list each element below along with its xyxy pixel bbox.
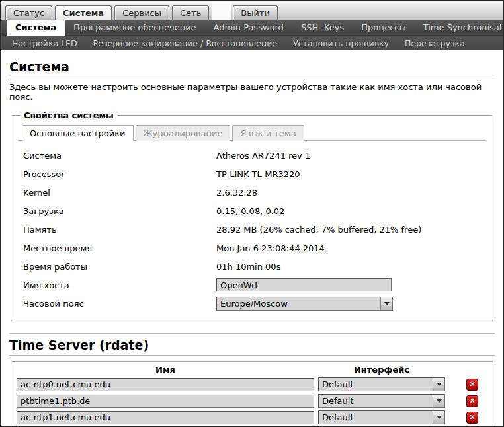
timeserver-table-header: Имя Интерфейс (17, 365, 487, 375)
interface-selected-value: Default (319, 379, 354, 389)
tabbar-spacer (212, 1, 231, 20)
title-divider (9, 77, 495, 77)
field-label: Processor (23, 169, 216, 179)
field-value: TP-LINK TL-MR3220 (216, 169, 300, 179)
hostname-input[interactable] (216, 278, 392, 291)
tab-logout[interactable]: Выйти (233, 5, 278, 20)
field-label: Загрузка (23, 206, 216, 216)
system-subnav: Система Программное обеспечение Admin Pa… (1, 20, 503, 36)
tab-logging[interactable]: Журналирование (136, 125, 231, 141)
subsubnav-item-led[interactable]: Настройка LED (12, 38, 87, 48)
field-label: Местное время (23, 243, 216, 253)
field-row-hostname: Имя хоста (18, 276, 486, 294)
system-subsubnav: Настройка LED Резервное копирование / Во… (1, 36, 503, 50)
column-header-name: Имя (17, 365, 314, 375)
field-row-memory: Память 28.92 MB (26% cached, 7% buffered… (18, 220, 486, 239)
field-value: 2.6.32.28 (216, 188, 257, 198)
subsubnav-item-backup-restore[interactable]: Резервное копирование / Восстановление (93, 38, 286, 48)
tab-network[interactable]: Сеть (172, 5, 209, 20)
luci-window: Статус Система Сервисы Сеть Выйти Систем… (0, 0, 504, 427)
timezone-selected-value: Europe/Moscow (217, 299, 288, 309)
system-properties-tabbar: Основные настройки Журналирование Язык и… (18, 124, 486, 141)
column-header-interface: Интерфейс (318, 365, 445, 375)
field-label: Имя хоста (23, 280, 216, 290)
timeserver-row: Default ✕ (17, 377, 487, 391)
field-row-load: Загрузка 0.15, 0.08, 0.02 (18, 202, 486, 220)
delete-entry-button[interactable]: ✕ (466, 412, 478, 424)
timeserver-name-input[interactable] (17, 411, 314, 424)
timezone-select[interactable]: Europe/Moscow (216, 297, 393, 311)
field-label: Память (23, 225, 216, 235)
section-divider (9, 333, 495, 334)
timeserver-title-divider (9, 355, 495, 356)
tab-language-theme[interactable]: Язык и тема (232, 125, 304, 141)
system-properties-legend: Свойства системы (21, 110, 117, 120)
system-properties-fieldset: Свойства системы Основные настройки Журн… (11, 110, 493, 321)
field-row-local-time: Местное время Mon Jan 6 23:08:44 2014 (18, 239, 486, 257)
subnav-item-software[interactable]: Программное обеспечение (65, 20, 204, 36)
timeserver-name-input[interactable] (17, 395, 314, 408)
chevron-down-icon (433, 378, 444, 391)
page-description: Здесь вы можете настроить основные парам… (9, 82, 495, 102)
subnav-item-admin-password[interactable]: Admin Password (205, 20, 292, 36)
chevron-down-icon (380, 297, 392, 310)
field-value: 28.92 MB (26% cached, 7% buffered, 21% f… (216, 225, 421, 235)
timeserver-title: Time Server (rdate) (9, 338, 495, 352)
field-row-processor: Processor TP-LINK TL-MR3220 (18, 165, 486, 183)
chevron-down-icon (433, 395, 444, 407)
field-label: Kernel (23, 188, 216, 198)
subsubnav-item-flash-firmware[interactable]: Установить прошивку (293, 38, 398, 48)
main-tabbar: Статус Система Сервисы Сеть Выйти (1, 1, 503, 20)
timeserver-interface-select[interactable]: Default (318, 394, 445, 408)
field-value: 01h 10min 00s (216, 262, 280, 272)
timeserver-row: Default ✕ (17, 410, 487, 424)
timeserver-table: Имя Интерфейс Default ✕ Default ✕ (11, 361, 493, 427)
subnav-item-ssh-keys[interactable]: SSH -Keys (292, 20, 353, 36)
tab-status[interactable]: Статус (5, 5, 52, 20)
interface-selected-value: Default (319, 412, 354, 422)
timeserver-name-input[interactable] (17, 378, 314, 391)
field-row-uptime: Время работы 01h 10min 00s (18, 257, 486, 276)
timeserver-interface-select[interactable]: Default (318, 377, 445, 391)
subnav-item-processes[interactable]: Процессы (353, 20, 414, 36)
tab-general-settings[interactable]: Основные настройки (22, 125, 134, 141)
field-label: Время работы (23, 262, 216, 272)
page-title: Система (9, 59, 495, 74)
interface-selected-value: Default (319, 396, 354, 406)
field-row-system: Система Atheros AR7241 rev 1 (18, 146, 486, 165)
subnav-item-time-sync[interactable]: Time Synchronisation (415, 20, 504, 36)
subnav-item-system[interactable]: Система (7, 20, 65, 36)
field-row-timezone: Часовой пояс Europe/Moscow (18, 294, 486, 313)
tab-system[interactable]: Система (55, 5, 112, 20)
delete-entry-button[interactable]: ✕ (466, 379, 478, 391)
field-row-kernel: Kernel 2.6.32.28 (18, 183, 486, 202)
field-value: Mon Jan 6 23:08:44 2014 (216, 243, 325, 253)
main-content: Система Здесь вы можете настроить основн… (1, 50, 503, 427)
subsubnav-item-reboot[interactable]: Перезагрузка (405, 38, 474, 48)
chevron-down-icon (433, 411, 444, 424)
timeserver-interface-select[interactable]: Default (318, 410, 445, 424)
timeserver-row: Default ✕ (17, 394, 487, 408)
tab-services[interactable]: Сервисы (114, 5, 169, 20)
field-value: 0.15, 0.08, 0.02 (216, 206, 284, 216)
delete-entry-button[interactable]: ✕ (466, 395, 478, 407)
field-label: Система (23, 151, 216, 161)
field-value: Atheros AR7241 rev 1 (216, 151, 310, 161)
field-label: Часовой пояс (23, 299, 216, 309)
